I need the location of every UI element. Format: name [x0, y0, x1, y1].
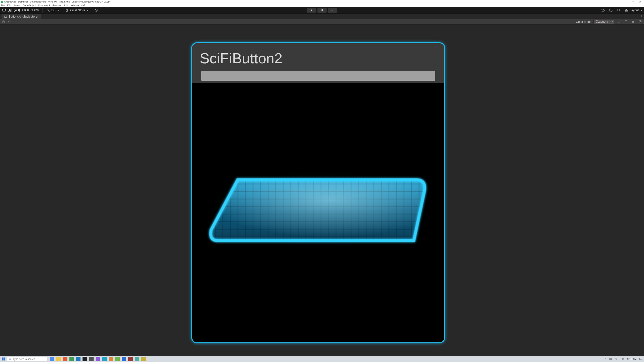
node-title: SciFiButton2 [200, 50, 437, 67]
maximize-button[interactable]: ▢ [629, 1, 636, 3]
settings-button[interactable] [93, 8, 100, 13]
taskbar-app-7[interactable] [96, 357, 100, 361]
svg-point-9 [632, 21, 634, 23]
svg-rect-15 [2, 357, 3, 359]
brand-label: Unity 6 [8, 8, 20, 12]
os-window-titlebar: ShapesAndPatternsRef - UISampleScene - W… [0, 0, 644, 4]
window-icon [4, 15, 7, 18]
svg-rect-13 [208, 176, 429, 244]
user-icon [47, 9, 50, 12]
taskbar-app-5[interactable] [83, 357, 87, 361]
unity-logo: Unity 6 PREVIEW [2, 8, 40, 12]
svg-rect-23 [639, 358, 642, 360]
svg-point-1 [96, 10, 97, 11]
start-button[interactable] [1, 356, 6, 362]
scifi-button-preview [208, 176, 429, 244]
pause-button[interactable] [317, 8, 327, 13]
menu-window[interactable]: Window [71, 4, 79, 7]
battery-icon[interactable] [609, 357, 613, 361]
main-menu-bar: File Edit Assets GameObject Component Se… [0, 4, 644, 7]
taskbar-app-6[interactable] [89, 357, 94, 361]
gear-icon [95, 9, 98, 12]
svg-point-19 [9, 358, 11, 359]
wifi-icon[interactable] [615, 357, 619, 361]
cloud-icon[interactable] [601, 8, 605, 12]
notifications-icon[interactable] [639, 357, 642, 361]
app-icon [1, 1, 3, 3]
svg-point-0 [48, 9, 49, 10]
asset-store-button[interactable]: Asset Store ▾ [63, 8, 90, 13]
svg-rect-21 [612, 359, 612, 359]
minimize-button[interactable]: — [621, 1, 629, 3]
svg-rect-18 [4, 359, 5, 360]
menu-file[interactable]: File [1, 4, 5, 7]
node-search-input[interactable] [201, 71, 435, 81]
graph-canvas[interactable]: SciFiButton2 [0, 25, 644, 356]
brand-preview-label: PREVIEW [22, 9, 40, 12]
taskbar-app-9[interactable] [109, 357, 113, 361]
clock[interactable]: 9:16 AM [627, 358, 636, 360]
svg-rect-4 [625, 9, 627, 10]
svg-point-22 [617, 360, 617, 360]
tray-chevron-icon[interactable]: ˄ [605, 358, 607, 360]
account-label: BC [51, 9, 56, 12]
menu-component[interactable]: Component [38, 4, 50, 7]
panel-tab[interactable]: ButtonsAndIndicators* [2, 14, 41, 19]
graph-inspector-toggle[interactable] [623, 19, 628, 24]
svg-point-3 [618, 9, 620, 11]
window-title: ShapesAndPatternsRef - UISampleScene - W… [4, 1, 110, 3]
menu-edit[interactable]: Edit [7, 4, 11, 7]
caret-down-icon: ▾ [57, 9, 59, 12]
play-controls [307, 8, 337, 13]
taskbar-app-12[interactable] [128, 357, 133, 361]
taskbar-app-3[interactable] [69, 357, 74, 361]
menu-services[interactable]: Services [52, 4, 61, 7]
shopping-bag-icon [65, 9, 68, 12]
menu-help[interactable]: Help [82, 4, 86, 7]
taskbar-app-13[interactable] [135, 357, 139, 361]
unity-toolbar: Unity 6 PREVIEW BC ▾ Asset Store ▾ Layou… [0, 7, 644, 14]
layout-grid-icon [625, 9, 628, 12]
taskbar-app-0[interactable] [50, 357, 54, 361]
volume-icon[interactable] [621, 357, 625, 361]
unity-cube-icon [2, 8, 6, 12]
asset-store-label: Asset Store [70, 9, 85, 12]
toolbar-dropdown[interactable] [7, 20, 11, 24]
system-tray: ˄ 9:16 AM [605, 357, 642, 361]
panel-kebab-menu[interactable]: ⋮ [639, 15, 643, 19]
menu-jobs[interactable]: Jobs [64, 4, 68, 7]
svg-rect-7 [5, 16, 7, 18]
menu-gameobject[interactable]: GameObject [23, 4, 36, 7]
svg-rect-16 [4, 357, 5, 359]
color-mode-label: Color Mode [576, 20, 591, 24]
layout-button[interactable]: Layout ▾ [625, 9, 642, 12]
main-preview-toggle[interactable] [630, 19, 635, 24]
taskbar-app-10[interactable] [115, 357, 120, 361]
search-icon[interactable] [617, 8, 621, 12]
close-button[interactable]: ✕ [636, 1, 644, 3]
panel-tab-label: ButtonsAndIndicators* [9, 15, 38, 18]
layout-label: Layout [630, 9, 639, 12]
node-header: SciFiButton2 [192, 43, 444, 83]
taskbar-search-placeholder: Type here to search [13, 358, 35, 360]
taskbar-app-14[interactable] [141, 357, 146, 361]
taskbar-app-1[interactable] [56, 357, 61, 361]
blackboard-toggle[interactable] [616, 19, 621, 24]
subgraph-node[interactable]: SciFiButton2 [191, 42, 445, 343]
help-button[interactable] [637, 19, 642, 24]
save-button[interactable] [2, 20, 6, 24]
taskbar-app-11[interactable] [122, 357, 126, 361]
taskbar-search[interactable]: Type here to search [7, 357, 47, 361]
menu-assets[interactable]: Assets [14, 4, 20, 7]
taskbar-app-4[interactable] [76, 357, 80, 361]
history-icon[interactable] [609, 8, 613, 12]
step-button[interactable] [328, 8, 337, 13]
color-mode-dropdown[interactable]: Category [593, 20, 614, 24]
account-button[interactable]: BC ▾ [45, 8, 60, 13]
os-taskbar: Type here to search ˄ 9:16 AM [0, 356, 644, 362]
taskbar-app-8[interactable] [102, 357, 107, 361]
node-preview [192, 83, 444, 337]
play-button[interactable] [307, 8, 316, 13]
taskbar-app-2[interactable] [63, 357, 67, 361]
svg-rect-17 [2, 359, 3, 360]
